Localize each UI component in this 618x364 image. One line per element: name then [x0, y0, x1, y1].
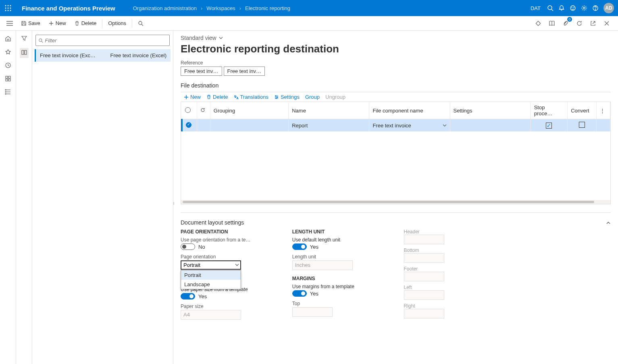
select-all-radio[interactable]	[185, 107, 191, 113]
divider	[132, 19, 132, 28]
page-orientation-heading: PAGE ORIENTATION	[181, 229, 276, 235]
new-button[interactable]: New	[44, 16, 70, 31]
view-selector[interactable]: Standard view	[181, 35, 611, 41]
svg-point-3	[5, 8, 6, 9]
splitter-handle[interactable]: ⦀	[173, 198, 175, 210]
chevron-down-icon[interactable]	[443, 123, 447, 127]
length-unit-label: Length unit	[292, 254, 388, 260]
use-default-len-toggle[interactable]	[292, 243, 307, 250]
svg-rect-24	[536, 21, 540, 25]
popout-icon[interactable]	[587, 18, 599, 29]
footer-margin-label: Footer	[404, 266, 499, 272]
save-label: Save	[28, 20, 40, 26]
chevron-up-icon[interactable]	[606, 220, 611, 225]
grid-scrollbar[interactable]	[181, 200, 610, 204]
col-more-icon[interactable]: ⋮	[596, 102, 610, 119]
reference-value-2[interactable]: Free text inv…	[224, 67, 265, 76]
svg-line-10	[551, 9, 553, 11]
related-icon[interactable]	[20, 48, 29, 58]
reference-value-1[interactable]: Free text inv…	[181, 67, 222, 76]
options-label: Options	[108, 20, 126, 26]
recent-icon[interactable]	[5, 62, 11, 70]
use-orient-label: Use page orientation from a te…	[181, 237, 276, 243]
options-button[interactable]: Options	[104, 16, 130, 31]
grid-delete-button[interactable]: Delete	[206, 94, 228, 100]
list-item[interactable]: Free text invoice (Exc… Free text invoic…	[35, 49, 171, 62]
page-title: Electronic reporting destination	[181, 43, 611, 55]
page-orientation-input[interactable]	[181, 260, 241, 270]
use-margins-label: Use margins from a template	[292, 284, 388, 289]
breadcrumb-item[interactable]: Workspaces	[206, 5, 235, 11]
workspace-icon[interactable]	[5, 75, 11, 83]
svg-point-9	[548, 6, 552, 10]
chevron-down-icon[interactable]	[235, 262, 239, 268]
star-icon[interactable]	[5, 49, 11, 56]
convert-checkbox[interactable]	[579, 122, 585, 128]
waffle-icon[interactable]	[0, 0, 16, 16]
avatar[interactable]: AD	[603, 3, 614, 13]
refresh-icon[interactable]	[574, 18, 585, 29]
home-icon[interactable]	[5, 35, 11, 43]
hamburger-icon[interactable]	[2, 16, 17, 31]
col-name[interactable]: Name	[289, 102, 369, 119]
stop-checkbox[interactable]: ✓	[546, 123, 552, 129]
use-margins-state: Yes	[310, 291, 318, 297]
attachment-icon[interactable]: 0	[560, 18, 571, 29]
svg-point-4	[8, 8, 9, 9]
svg-point-8	[10, 10, 11, 11]
left-rail	[0, 31, 16, 364]
paper-size-input: A4	[181, 310, 241, 320]
badge-count: 0	[567, 17, 572, 22]
svg-point-16	[595, 10, 596, 10]
divider	[102, 19, 102, 28]
grid-translations-button[interactable]: Translations	[234, 94, 268, 100]
use-orient-toggle[interactable]	[181, 243, 195, 250]
refresh-icon[interactable]	[200, 108, 205, 112]
grid-group-button[interactable]: Group	[305, 94, 320, 100]
close-icon[interactable]	[601, 18, 612, 29]
col-stop[interactable]: Stop proce…	[531, 102, 567, 119]
use-margins-toggle[interactable]	[292, 290, 307, 297]
grid-new-button[interactable]: New	[184, 94, 201, 100]
row-select-radio[interactable]	[186, 122, 191, 128]
top-right: DAT AD	[531, 3, 618, 13]
search-button[interactable]	[134, 16, 148, 31]
book-icon[interactable]	[546, 18, 558, 29]
search-icon[interactable]	[547, 5, 553, 11]
col-convert[interactable]: Convert	[568, 102, 597, 119]
detail-panel: ⦀ Standard view Electronic reporting des…	[173, 31, 618, 364]
svg-rect-39	[22, 50, 24, 54]
page-orientation-combo[interactable]: Portrait Landscape	[181, 260, 241, 270]
new-label: New	[56, 20, 66, 26]
app-title: Finance and Operations Preview	[16, 5, 121, 12]
use-orient-state: No	[198, 244, 205, 250]
file-destination-grid: Grouping Name File component name Settin…	[181, 102, 611, 204]
save-button[interactable]: Save	[17, 16, 44, 31]
chevron-down-icon	[219, 36, 223, 40]
use-paper-toggle[interactable]	[181, 293, 195, 300]
smiley-icon[interactable]	[570, 5, 576, 11]
table-row[interactable]: Report Free text invoice ✓	[182, 119, 610, 132]
filter-input[interactable]	[45, 37, 167, 44]
col-settings[interactable]: Settings	[450, 102, 531, 119]
breadcrumb-item[interactable]: Electronic reporting	[245, 5, 290, 11]
breadcrumb: Organization administration › Workspaces…	[133, 5, 290, 11]
breadcrumb-item[interactable]: Organization administration	[133, 5, 197, 11]
grid-toolbar: New Delete Translations Settings Group U…	[181, 92, 611, 102]
row-name: Report	[289, 119, 369, 132]
delete-button[interactable]: Delete	[70, 16, 101, 31]
bell-icon[interactable]	[558, 5, 565, 11]
grid-settings-button[interactable]: Settings	[274, 94, 300, 100]
option-landscape[interactable]: Landscape	[181, 280, 241, 289]
grid-ungroup-button: Ungroup	[325, 94, 345, 100]
modules-icon[interactable]	[5, 89, 11, 96]
col-grouping[interactable]: Grouping	[210, 102, 288, 119]
company-picker[interactable]: DAT	[531, 5, 541, 11]
col-component[interactable]: File component name	[369, 102, 450, 119]
gear-icon[interactable]	[581, 5, 587, 11]
help-icon[interactable]	[592, 5, 599, 11]
filter-icon[interactable]	[21, 35, 27, 42]
filter-box[interactable]	[35, 35, 170, 46]
diamond-icon[interactable]	[533, 18, 544, 29]
option-portrait[interactable]: Portrait	[181, 270, 241, 280]
